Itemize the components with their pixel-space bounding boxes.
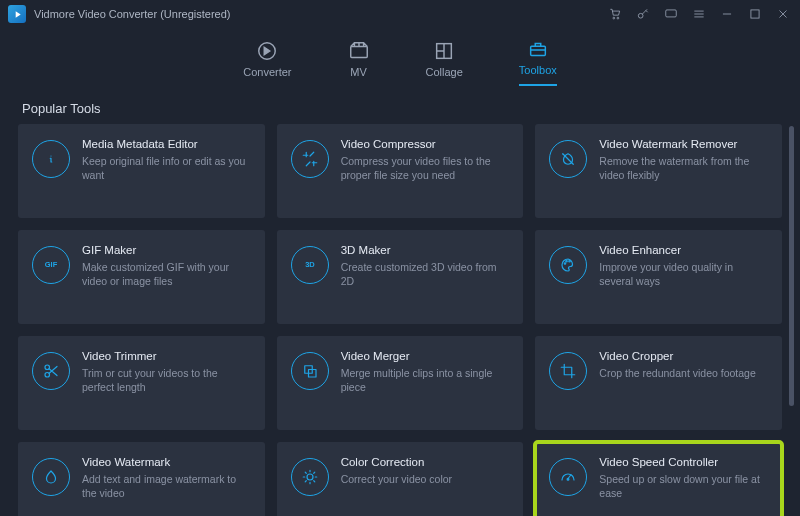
- svg-point-11: [565, 263, 567, 265]
- svg-rect-6: [350, 46, 367, 57]
- maximize-icon[interactable]: [748, 7, 762, 21]
- tab-mv[interactable]: MV: [348, 40, 370, 86]
- crop-icon: [549, 352, 587, 390]
- scissors-icon: [32, 352, 70, 390]
- tools-panel: Media Metadata Editor Keep original file…: [0, 124, 800, 516]
- tool-gif-maker[interactable]: GIF GIF Maker Make customized GIF with y…: [18, 230, 265, 324]
- info-icon: [32, 140, 70, 178]
- svg-text:3D: 3D: [305, 260, 315, 269]
- tool-title: Video Speed Controller: [599, 456, 768, 468]
- sun-icon: [291, 458, 329, 496]
- tool-title: GIF Maker: [82, 244, 251, 256]
- tool-video-cropper[interactable]: Video Cropper Crop the redundant video f…: [535, 336, 782, 430]
- app-logo: [8, 5, 26, 23]
- tool-desc: Add text and image watermark to the vide…: [82, 472, 251, 500]
- tool-desc: Improve your video quality in several wa…: [599, 260, 768, 288]
- tab-label: Collage: [426, 66, 463, 78]
- minimize-icon[interactable]: [720, 7, 734, 21]
- tool-title: 3D Maker: [341, 244, 510, 256]
- tool-desc: Trim or cut your videos to the perfect l…: [82, 366, 251, 394]
- tool-video-trimmer[interactable]: Video Trimmer Trim or cut your videos to…: [18, 336, 265, 430]
- tab-collage[interactable]: Collage: [426, 40, 463, 86]
- drop-icon: [32, 458, 70, 496]
- merge-icon: [291, 352, 329, 390]
- section-title: Popular Tools: [0, 87, 800, 124]
- svg-rect-4: [751, 10, 759, 18]
- tool-desc: Merge multiple clips into a single piece: [341, 366, 510, 394]
- toolbox-icon: [527, 38, 549, 60]
- tab-toolbox[interactable]: Toolbox: [519, 38, 557, 86]
- tool-title: Video Merger: [341, 350, 510, 362]
- svg-point-0: [613, 17, 615, 19]
- feedback-icon[interactable]: [664, 7, 678, 21]
- tab-label: Toolbox: [519, 64, 557, 76]
- tool-title: Video Watermark Remover: [599, 138, 768, 150]
- collage-icon: [433, 40, 455, 62]
- tool-title: Video Compressor: [341, 138, 510, 150]
- top-navigation: Converter MV Collage Toolbox: [0, 28, 800, 87]
- svg-text:GIF: GIF: [45, 260, 58, 269]
- tool-title: Color Correction: [341, 456, 510, 468]
- tool-desc: Create customized 3D video from 2D: [341, 260, 510, 288]
- svg-point-19: [567, 478, 569, 480]
- tool-watermark-remover[interactable]: Video Watermark Remover Remove the water…: [535, 124, 782, 218]
- compress-icon: [291, 140, 329, 178]
- tool-media-metadata-editor[interactable]: Media Metadata Editor Keep original file…: [18, 124, 265, 218]
- titlebar: Vidmore Video Converter (Unregistered): [0, 0, 800, 28]
- svg-point-18: [307, 474, 313, 480]
- gauge-icon: [549, 458, 587, 496]
- tool-title: Video Trimmer: [82, 350, 251, 362]
- tool-title: Media Metadata Editor: [82, 138, 251, 150]
- tool-desc: Crop the redundant video footage: [599, 366, 768, 380]
- converter-icon: [256, 40, 278, 62]
- palette-icon: [549, 246, 587, 284]
- close-icon[interactable]: [776, 7, 790, 21]
- tool-desc: Compress your video files to the proper …: [341, 154, 510, 182]
- tool-3d-maker[interactable]: 3D 3D Maker Create customized 3D video f…: [277, 230, 524, 324]
- tool-video-enhancer[interactable]: Video Enhancer Improve your video qualit…: [535, 230, 782, 324]
- tool-grid: Media Metadata Editor Keep original file…: [18, 124, 782, 516]
- app-title: Vidmore Video Converter (Unregistered): [34, 8, 230, 20]
- tool-desc: Make customized GIF with your video or i…: [82, 260, 251, 288]
- svg-point-13: [569, 261, 571, 263]
- tool-desc: Keep original file info or edit as you w…: [82, 154, 251, 182]
- tool-video-speed-controller[interactable]: Video Speed Controller Speed up or slow …: [535, 442, 782, 516]
- svg-rect-8: [530, 46, 545, 55]
- tab-converter[interactable]: Converter: [243, 40, 291, 86]
- watermark-remove-icon: [549, 140, 587, 178]
- gif-icon: GIF: [32, 246, 70, 284]
- play-icon: [12, 9, 23, 20]
- tool-video-compressor[interactable]: Video Compressor Compress your video fil…: [277, 124, 524, 218]
- tool-title: Video Watermark: [82, 456, 251, 468]
- menu-icon[interactable]: [692, 7, 706, 21]
- scrollbar[interactable]: [789, 126, 794, 406]
- svg-point-12: [566, 261, 568, 263]
- tool-desc: Remove the watermark from the video flex…: [599, 154, 768, 182]
- tool-desc: Speed up or slow down your file at ease: [599, 472, 768, 500]
- tool-title: Video Cropper: [599, 350, 768, 362]
- 3d-icon: 3D: [291, 246, 329, 284]
- tool-desc: Correct your video color: [341, 472, 510, 486]
- tool-color-correction[interactable]: Color Correction Correct your video colo…: [277, 442, 524, 516]
- tool-video-merger[interactable]: Video Merger Merge multiple clips into a…: [277, 336, 524, 430]
- svg-point-1: [617, 17, 619, 19]
- tool-video-watermark[interactable]: Video Watermark Add text and image water…: [18, 442, 265, 516]
- svg-point-2: [638, 13, 643, 18]
- titlebar-controls: [608, 7, 790, 21]
- tab-label: Converter: [243, 66, 291, 78]
- cart-icon[interactable]: [608, 7, 622, 21]
- key-icon[interactable]: [636, 7, 650, 21]
- mv-icon: [348, 40, 370, 62]
- tool-title: Video Enhancer: [599, 244, 768, 256]
- tab-label: MV: [350, 66, 367, 78]
